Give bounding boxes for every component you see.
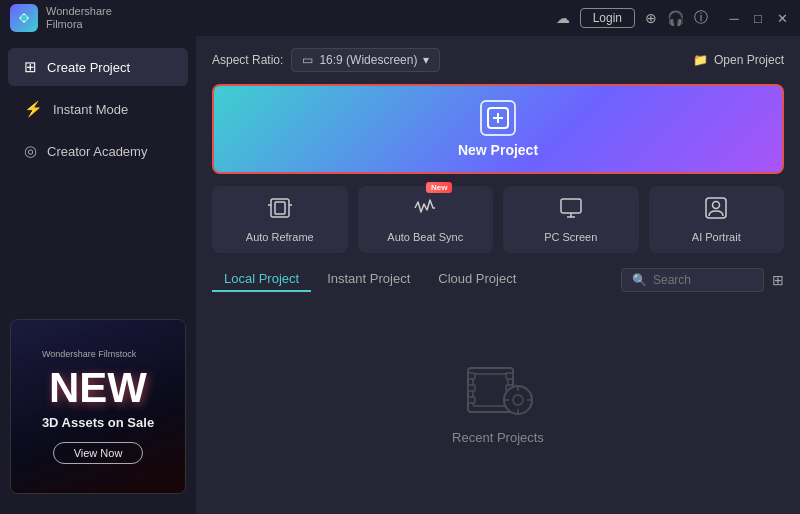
search-input[interactable] [653,273,753,287]
tab-cloud-project[interactable]: Cloud Project [426,267,528,292]
ad-sub-text: 3D Assets on Sale [42,415,154,430]
sidebar-ad-content: Wondershare Filmstock NEW 3D Assets on S… [32,339,164,474]
film-icon [463,360,533,420]
svg-rect-8 [561,199,581,213]
sidebar: ⊞ Create Project ⚡ Instant Mode ◎ Creato… [0,36,196,514]
tabs-right: 🔍 ⊞ [621,268,784,292]
search-icon: 🔍 [632,273,647,287]
window-controls: ─ □ ✕ [726,11,790,26]
quick-tile-auto-beat-sync[interactable]: New Auto Beat Sync [358,186,494,253]
quick-tile-pc-screen[interactable]: PC Screen [503,186,639,253]
new-project-button[interactable]: New Project [212,84,784,174]
projects-section: Local Project Instant Project Cloud Proj… [212,267,784,502]
sidebar-item-create-project[interactable]: ⊞ Create Project [8,48,188,86]
lightning-icon: ⚡ [24,100,43,118]
monitor-icon: ▭ [302,53,313,67]
login-button[interactable]: Login [580,8,635,28]
svg-point-0 [21,15,27,21]
minimize-button[interactable]: ─ [726,11,742,26]
svg-rect-14 [473,374,508,406]
aspect-ratio-section: Aspect Ratio: ▭ 16:9 (Widescreen) ▾ [212,48,440,72]
auto-beat-sync-icon [413,196,437,225]
projects-tabs: Local Project Instant Project Cloud Proj… [212,267,784,292]
ad-view-now-button[interactable]: View Now [53,442,144,464]
app-name: Wondershare Filmora [46,5,112,31]
tab-instant-project[interactable]: Instant Project [315,267,422,292]
content-area: Aspect Ratio: ▭ 16:9 (Widescreen) ▾ 📁 Op… [196,36,800,514]
maximize-button[interactable]: □ [750,11,766,26]
auto-beat-sync-label: Auto Beat Sync [387,231,463,243]
film-icon-wrap [463,360,533,420]
new-project-label: New Project [458,142,538,158]
tab-local-project[interactable]: Local Project [212,267,311,292]
new-project-icon [480,100,516,136]
close-button[interactable]: ✕ [774,11,790,26]
folder-icon: 📁 [693,53,708,67]
title-bar: Wondershare Filmora ☁ Login ⊕ 🎧 ⓘ ─ □ ✕ [0,0,800,36]
svg-rect-18 [506,373,513,379]
svg-rect-15 [468,373,475,379]
quick-tile-ai-portrait[interactable]: AI Portrait [649,186,785,253]
main-layout: ⊞ Create Project ⚡ Instant Mode ◎ Creato… [0,36,800,514]
ad-brand-label: Wondershare Filmstock [42,349,136,359]
sidebar-item-creator-academy[interactable]: ◎ Creator Academy [8,132,188,170]
cloud-icon[interactable]: ☁ [556,10,570,26]
svg-rect-16 [468,385,475,391]
aspect-ratio-label: Aspect Ratio: [212,53,283,67]
aspect-ratio-value: 16:9 (Widescreen) [319,53,417,67]
sidebar-item-label: Create Project [47,60,130,75]
empty-state-label: Recent Projects [452,430,544,445]
auto-reframe-icon [268,196,292,225]
quick-tiles: Auto Reframe New Auto Beat Sync [212,186,784,253]
auto-reframe-label: Auto Reframe [246,231,314,243]
quick-tile-auto-reframe[interactable]: Auto Reframe [212,186,348,253]
new-badge: New [426,182,452,193]
svg-point-12 [713,202,720,209]
search-box: 🔍 [621,268,764,292]
title-bar-left: Wondershare Filmora [10,4,112,32]
open-project-label: Open Project [714,53,784,67]
pc-screen-icon [559,196,583,225]
empty-state: Recent Projects [212,302,784,502]
chevron-down-icon: ▾ [423,53,429,67]
target-icon: ◎ [24,142,37,160]
tabs-left: Local Project Instant Project Cloud Proj… [212,267,528,292]
sidebar-ad-banner: Wondershare Filmstock NEW 3D Assets on S… [10,319,186,494]
sidebar-item-label: Creator Academy [47,144,147,159]
ai-portrait-icon [704,196,728,225]
info-icon[interactable]: ⓘ [694,9,708,27]
title-bar-right: ☁ Login ⊕ 🎧 ⓘ ─ □ ✕ [556,8,790,28]
aspect-ratio-dropdown[interactable]: ▭ 16:9 (Widescreen) ▾ [291,48,440,72]
ad-new-text: NEW [49,367,147,409]
sidebar-item-instant-mode[interactable]: ⚡ Instant Mode [8,90,188,128]
pc-screen-label: PC Screen [544,231,597,243]
svg-rect-5 [275,202,285,214]
plus-square-icon: ⊞ [24,58,37,76]
app-logo [10,4,38,32]
ai-portrait-label: AI Portrait [692,231,741,243]
help-icon[interactable]: ⊕ [645,10,657,26]
headphone-icon[interactable]: 🎧 [667,10,684,26]
content-topbar: Aspect Ratio: ▭ 16:9 (Widescreen) ▾ 📁 Op… [212,48,784,72]
open-project-button[interactable]: 📁 Open Project [693,53,784,67]
grid-view-icon[interactable]: ⊞ [772,272,784,288]
sidebar-item-label: Instant Mode [53,102,128,117]
svg-rect-17 [468,397,475,403]
